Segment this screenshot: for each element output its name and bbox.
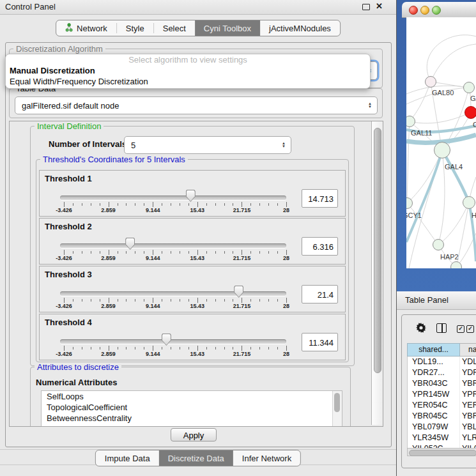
float-window-icon[interactable] — [362, 4, 370, 10]
tab-cyni-toolbox[interactable]: Cyni Toolbox — [195, 20, 260, 36]
tab-jactivemnodules[interactable]: jActiveMNodules — [260, 20, 340, 36]
table-row[interactable]: YBR043CYBR0 — [408, 378, 476, 389]
cell-shared-name: YBL079W — [408, 422, 460, 433]
control-panel: Control Panel ✕ NetworkStyleSelectCyni T… — [0, 0, 396, 476]
attribute-item-betweennesscentrality[interactable]: BetweennessCentrality — [42, 413, 342, 424]
scrollbar-thumb[interactable] — [409, 450, 476, 456]
tab-impute-data[interactable]: Impute Data — [96, 450, 159, 466]
network-node-gal4[interactable] — [434, 142, 450, 158]
slider-thumb[interactable] — [125, 238, 135, 250]
table-row[interactable]: YIL052CYIL0 — [408, 443, 476, 448]
tab-label: Select — [163, 24, 186, 33]
node-label: HAP2 — [440, 253, 459, 261]
column-header-name[interactable]: name — [460, 343, 476, 357]
top-tab-bar: NetworkStyleSelectCyni ToolboxjActiveMNo… — [56, 20, 341, 36]
cell-name: YLR3 — [460, 433, 476, 443]
slider-ticks — [64, 346, 286, 351]
network-node-gal80[interactable] — [425, 76, 436, 88]
cell-name: YBL0 — [460, 422, 476, 433]
slider-track[interactable] — [60, 339, 286, 344]
slider-track[interactable] — [60, 291, 286, 296]
attribute-item-topologicalcoefficient[interactable]: TopologicalCoefficient — [42, 402, 342, 413]
slider-ticks — [64, 298, 286, 303]
table-row[interactable]: YBL079WYBL0 — [408, 422, 476, 433]
threshold-value-field[interactable]: 11.344 — [302, 333, 338, 351]
apply-button[interactable]: Apply — [171, 428, 217, 441]
network-node-hap2[interactable] — [433, 239, 444, 250]
tab-infer-network[interactable]: Infer Network — [233, 450, 300, 466]
panel-title: Control Panel — [5, 2, 56, 12]
table-row[interactable]: YDL19...YDL1 — [408, 357, 476, 367]
cell-name: YDR2 — [460, 367, 476, 378]
app-root: Control Panel ✕ NetworkStyleSelectCyni T… — [0, 0, 476, 476]
table-row[interactable]: YPR145WYPR1 — [408, 389, 476, 400]
tab-style[interactable]: Style — [117, 20, 153, 36]
slider-track[interactable] — [60, 196, 286, 200]
node-label: C — [473, 121, 476, 128]
tab-label: Cyni Toolbox — [204, 24, 251, 33]
panel-divider[interactable] — [396, 0, 397, 476]
slider-thumb[interactable] — [186, 190, 196, 202]
num-intervals-combo[interactable]: 5 ▲▼ — [124, 136, 291, 154]
table-horizontal-scrollbar[interactable] — [407, 448, 476, 456]
close-traffic-light[interactable] — [409, 6, 418, 15]
bottom-tab-bar: Impute DataDiscretize DataInfer Network — [95, 450, 301, 466]
threshold-panel-3: Threshold 3-3.4262.8599.14415.4321.71528… — [39, 266, 346, 312]
tab-network[interactable]: Network — [56, 20, 116, 36]
minimize-traffic-light[interactable] — [420, 6, 429, 15]
threshold-value-field[interactable]: 14.713 — [302, 189, 338, 208]
network-node[interactable] — [450, 261, 462, 268]
scrollbar-thumb[interactable] — [374, 128, 381, 373]
tab-discretize-data[interactable]: Discretize Data — [159, 450, 233, 466]
dropdown-option-manual[interactable]: Manual Discretization — [10, 66, 95, 75]
scrollbar-thumb[interactable] — [334, 393, 340, 412]
cell-shared-name: YBR043C — [408, 378, 460, 389]
threshold-value-field[interactable]: 21.4 — [302, 285, 338, 303]
attributes-list[interactable]: SelfLoopsTopologicalCoefficientBetweenne… — [41, 390, 342, 427]
dropdown-placeholder: Select algorithm to view settings — [6, 55, 370, 65]
cell-shared-name: YDL19... — [408, 357, 460, 367]
slider-track[interactable] — [60, 243, 286, 248]
table-row[interactable]: YBR045CYBR0 — [408, 411, 476, 422]
table-panel-title: Table Panel — [405, 295, 449, 305]
table-panel-header: Table Panel — [397, 291, 476, 310]
threshold-value-field[interactable]: 6.316 — [302, 237, 338, 256]
column-header-shared-name[interactable]: shared... — [407, 343, 460, 357]
attributes-list-items: SelfLoopsTopologicalCoefficientBetweenne… — [42, 391, 342, 424]
table-panel: ✓ ✓ shared... name YDL19...YDL1YDR27...Y… — [401, 314, 476, 468]
slider-thumb[interactable] — [234, 286, 243, 298]
attribute-item-selfloops[interactable]: SelfLoops — [42, 391, 342, 402]
close-icon[interactable]: ✕ — [376, 1, 383, 11]
threshold-label: Threshold 2 — [45, 222, 92, 231]
table-header-row: shared... name — [407, 343, 476, 357]
stepper-arrows-icon: ▲▼ — [368, 102, 372, 109]
table-row[interactable]: YLR345WYLR3 — [408, 433, 476, 443]
node-label: GAL80 — [432, 89, 454, 96]
slider-ticks — [64, 250, 286, 255]
dropdown-option-equal-width[interactable]: Equal Width/Frequency Discretization — [10, 77, 148, 86]
node-label: GAL11 — [411, 129, 432, 137]
zoom-traffic-light[interactable] — [432, 6, 441, 15]
network-desktop: GAL80GACGAL11GAL4GCY1HHAP2 — [397, 0, 476, 291]
checkbox-icon[interactable]: ✓ — [466, 325, 474, 333]
table-row[interactable]: YDR27...YDR2 — [408, 367, 476, 378]
cell-shared-name: YER054C — [408, 400, 460, 411]
network-canvas[interactable]: GAL80GACGAL11GAL4GCY1HHAP2 — [406, 17, 476, 268]
num-intervals-label: Number of Intervals — [49, 139, 127, 149]
cell-shared-name: YLR345W — [408, 433, 460, 443]
checkbox-icon[interactable]: ✓ — [457, 325, 464, 333]
column-selector-icon[interactable] — [436, 323, 447, 333]
tab-select[interactable]: Select — [154, 20, 195, 36]
table-row[interactable]: YER054CYER0 — [408, 400, 476, 411]
table-data-combo[interactable]: galFiltered.sif default node ▲▼ — [15, 96, 378, 114]
settings-vertical-scrollbar[interactable] — [371, 121, 383, 425]
network-node-c[interactable] — [464, 106, 476, 119]
slider-ticks — [64, 202, 286, 207]
network-node-h[interactable] — [463, 196, 475, 209]
network-window-titlebar[interactable] — [402, 2, 476, 18]
right-region: GAL80GACGAL11GAL4GCY1HHAP2 Table Panel ✓… — [397, 0, 476, 476]
slider-thumb[interactable] — [162, 334, 171, 346]
gear-icon[interactable] — [416, 323, 426, 333]
network-node-ga[interactable] — [463, 82, 475, 93]
attributes-list-scrollbar[interactable] — [332, 391, 342, 427]
